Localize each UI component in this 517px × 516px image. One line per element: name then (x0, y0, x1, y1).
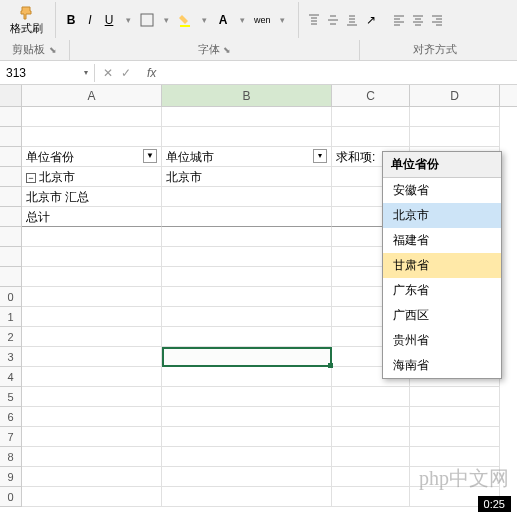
dropdown-item[interactable]: 广西区 (383, 303, 501, 328)
dropdown-item[interactable]: 贵州省 (383, 328, 501, 353)
cell[interactable] (22, 107, 162, 127)
italic-button[interactable]: I (81, 10, 99, 30)
phonetic-dropdown[interactable]: ▾ (274, 10, 292, 30)
cell[interactable] (162, 187, 332, 207)
fill-dropdown[interactable]: ▾ (195, 10, 213, 30)
cell[interactable] (22, 247, 162, 267)
cell[interactable] (162, 127, 332, 147)
row-header[interactable]: 6 (0, 407, 21, 427)
cell[interactable] (332, 467, 410, 487)
cell[interactable] (22, 267, 162, 287)
cell[interactable] (22, 407, 162, 427)
font-color-button[interactable]: A (214, 10, 232, 30)
underline-button[interactable]: U (100, 10, 118, 30)
cell[interactable] (22, 447, 162, 467)
cell[interactable] (22, 327, 162, 347)
cell[interactable] (22, 287, 162, 307)
row-header[interactable]: 1 (0, 307, 21, 327)
cell[interactable] (22, 227, 162, 247)
border-dropdown[interactable]: ▾ (157, 10, 175, 30)
orientation-button[interactable]: ↗ (362, 10, 380, 30)
cell[interactable] (22, 347, 162, 367)
cell[interactable] (162, 227, 332, 247)
row-header[interactable] (0, 127, 21, 147)
row-header[interactable] (0, 267, 21, 287)
pivot-field-city[interactable]: 单位城市▾ (162, 147, 332, 167)
cell[interactable] (22, 387, 162, 407)
dropdown-icon[interactable]: ▾ (313, 149, 327, 163)
cancel-icon[interactable]: ✕ (103, 66, 113, 80)
align-right-button[interactable] (428, 10, 446, 30)
row-header[interactable]: 3 (0, 347, 21, 367)
cell[interactable] (162, 447, 332, 467)
row-header[interactable]: 9 (0, 467, 21, 487)
cell[interactable] (162, 367, 332, 387)
cell[interactable] (162, 247, 332, 267)
row-header[interactable] (0, 247, 21, 267)
cell[interactable] (162, 487, 332, 507)
fx-icon[interactable]: fx (139, 66, 156, 80)
underline-dropdown[interactable]: ▾ (119, 10, 137, 30)
align-top-button[interactable] (305, 10, 323, 30)
cell[interactable]: −北京市 (22, 167, 162, 187)
column-header-b[interactable]: B (162, 85, 332, 106)
cell[interactable] (162, 107, 332, 127)
enter-icon[interactable]: ✓ (121, 66, 131, 80)
cell[interactable] (410, 447, 500, 467)
row-header[interactable]: 4 (0, 367, 21, 387)
pivot-field-province[interactable]: 单位省份▼ (22, 147, 162, 167)
cell[interactable] (22, 307, 162, 327)
cell[interactable]: 北京市 (162, 167, 332, 187)
phonetic-button[interactable]: wen (252, 10, 273, 30)
collapse-icon[interactable]: − (26, 173, 36, 183)
cell[interactable] (332, 447, 410, 467)
dropdown-item[interactable]: 福建省 (383, 228, 501, 253)
cell[interactable] (162, 307, 332, 327)
row-header[interactable]: 5 (0, 387, 21, 407)
cell[interactable] (162, 267, 332, 287)
column-header-d[interactable]: D (410, 85, 500, 106)
row-header[interactable]: 0 (0, 487, 21, 507)
cell[interactable] (162, 387, 332, 407)
cell[interactable] (332, 487, 410, 507)
cell[interactable] (162, 407, 332, 427)
font-color-dropdown[interactable]: ▾ (233, 10, 251, 30)
border-button[interactable] (138, 10, 156, 30)
cell[interactable] (410, 127, 500, 147)
dropdown-item[interactable]: 甘肃省 (383, 253, 501, 278)
dropdown-item[interactable]: 海南省 (383, 353, 501, 378)
align-bottom-button[interactable] (343, 10, 361, 30)
cell[interactable] (332, 127, 410, 147)
cell[interactable] (162, 427, 332, 447)
row-header[interactable]: 8 (0, 447, 21, 467)
cell[interactable] (410, 387, 500, 407)
row-header[interactable] (0, 107, 21, 127)
cell[interactable] (410, 427, 500, 447)
row-header[interactable] (0, 147, 21, 167)
cell[interactable] (332, 427, 410, 447)
cell[interactable] (22, 367, 162, 387)
column-header-c[interactable]: C (332, 85, 410, 106)
row-header[interactable]: 2 (0, 327, 21, 347)
align-left-button[interactable] (390, 10, 408, 30)
cell[interactable]: 总计 (22, 207, 162, 227)
cell[interactable] (332, 107, 410, 127)
dropdown-item[interactable]: 安徽省 (383, 178, 501, 203)
cell[interactable]: 北京市 汇总 (22, 187, 162, 207)
column-header-a[interactable]: A (22, 85, 162, 106)
align-center-button[interactable] (409, 10, 427, 30)
fill-color-button[interactable] (176, 10, 194, 30)
align-middle-button[interactable] (324, 10, 342, 30)
cell[interactable] (22, 427, 162, 447)
row-header[interactable]: 7 (0, 427, 21, 447)
cell[interactable] (162, 327, 332, 347)
cell[interactable] (162, 207, 332, 227)
cell[interactable] (332, 387, 410, 407)
cell[interactable] (410, 107, 500, 127)
row-header[interactable] (0, 227, 21, 247)
row-header[interactable] (0, 167, 21, 187)
row-header[interactable] (0, 207, 21, 227)
format-painter-button[interactable]: 格式刷 (4, 5, 49, 36)
bold-button[interactable]: B (62, 10, 80, 30)
cell[interactable] (410, 407, 500, 427)
